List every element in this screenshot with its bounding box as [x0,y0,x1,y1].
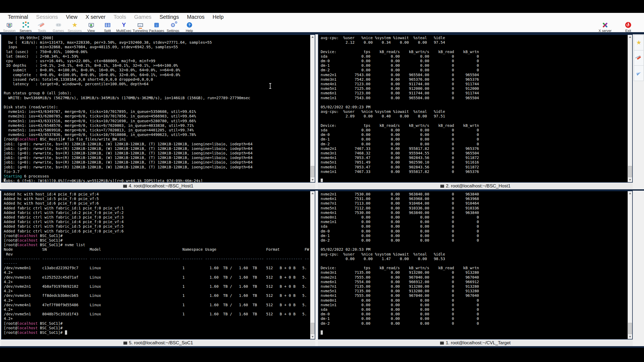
terminal-line: Added hc with host_id:4 pcie_f:0 pcie_vf… [4,192,309,197]
terminal-pane-4[interactable]: | 99.99th=[ 2900] bw ( KiB/s): min=13147… [1,34,315,183]
toolbar-tunneling-button[interactable]: ↔ Tunneling [132,21,148,33]
terminal-line: ------ [4,261,309,266]
scroll-down-arrow-icon[interactable] [628,335,632,339]
terminal-line: sda 0.00 0.00 0.00 0 0 [321,224,627,229]
menu-help[interactable]: Help [208,14,228,20]
menu-games[interactable]: Games [130,14,155,20]
toolbar-session-button[interactable]: Session [1,21,17,33]
scrollbar-thumb[interactable] [311,323,314,334]
toolbar-multiexec-button[interactable]: Y MultiExec [116,21,132,33]
terminal-line [4,100,309,105]
terminal-line: | 99.99th=[ 2900] [4,36,309,40]
terminal-line: dm-2 0.00 0.00 0.00 0 0 [321,142,627,146]
terminal-line [4,86,309,91]
terminal-mini-icon [123,341,127,345]
menu-view[interactable]: View [62,14,82,20]
toolbar-x-server-button[interactable]: X server [594,21,617,33]
scrollbar[interactable] [628,191,632,339]
toolbar-packages-button[interactable]: ↓ Packages [148,21,165,33]
scroll-up-arrow-icon[interactable] [628,191,632,195]
send-button[interactable] [634,66,644,81]
terminal-line: 4.2+ [4,280,309,284]
scroll-down-arrow-icon[interactable] [310,178,315,182]
terminal-pane-1[interactable]: nvme2n1 7530.00 0.00 963840.00 0 963840n… [318,191,633,339]
terminal-line: avg-cpu: %user %nice %system %iowait %st… [321,36,627,40]
star-icon: ★ [71,21,78,28]
terminal-line: job1: (g=0): rw=write, bs=(R) 128KiB-128… [4,142,309,146]
tools-button[interactable] [634,50,644,66]
terminal-line: avg-cpu: %user %nice %system %iowait %st… [321,109,627,114]
scrollbar[interactable] [310,35,315,182]
terminal-line: nvme1n1 0.00 0.00 0.00 0 0 [321,303,627,307]
toolbar-servers-button[interactable]: Servers [17,21,34,33]
terminal-line: Device: tps kB_read/s kB_wrtn/s kB_read … [321,266,627,270]
terminal-line: nvme6n1: ios=43/6537836, merge=0/0, tick… [4,132,309,137]
terminal-line: nvme6n1 7053.47 0.00 902843.56 0 911872 [321,165,627,169]
terminal-line: 4.2+ [4,298,309,303]
side-quick-buttons: ★ [634,35,644,81]
terminal-line [321,330,627,335]
terminal-line: submit : 0=0.0%, 4=100.0%, 8=0.0%, 16=0.… [4,68,309,72]
toolbar-tools-button[interactable]: Tools [34,21,50,33]
terminal-mini-icon [440,184,444,188]
pane-title-1[interactable]: 1. root@localhost:~/CVL_Target [318,339,633,346]
scrollbar-thumb[interactable] [628,323,632,334]
terminal-line: ---------------- -------------------- --… [4,257,309,261]
scroll-down-arrow-icon[interactable] [310,335,315,339]
terminal-line: Added hc with host_id:6 pcie_f:0 pcie_vf… [4,201,309,206]
terminal-line: [root@localhost BSC_SoC1]# [4,326,309,330]
toolbar-split-button[interactable]: Split [99,21,116,33]
menu-tools[interactable]: Tools [109,14,130,20]
swiss-knife-icon [636,56,641,60]
terminal-line: 05/02/2022 02:09:23 PM [321,105,627,109]
terminal-line: Added hc with host_id:5 pcie_f:0 pcie_vf… [4,197,309,201]
terminal-pane-5[interactable]: Added hc with host_id:4 pcie_f:0 pcie_vf… [1,191,315,339]
terminal-line: nvme5n1 7125.00 0.00 912000.00 0 912000 [321,86,627,91]
scroll-up-arrow-icon[interactable] [628,35,632,39]
terminal-output: | 99.99th=[ 2900] bw ( KiB/s): min=13147… [2,35,310,182]
divider-bottom [0,346,644,348]
terminal-pane-2[interactable]: avg-cpu: %user %nice %system %iowait %st… [318,34,633,183]
menu-settings[interactable]: Settings [155,14,183,20]
toolbar-settings-button[interactable]: ⚙⚙ Settings [165,21,181,33]
menu-x-server[interactable]: X server [82,14,109,20]
toolbar-sessions-button[interactable]: ★ Sessions [67,21,83,33]
terminal-line: nvme5n1 7135.00 0.00 913280.00 0 913280 [321,289,627,293]
terminal-line: dm-0 0.00 0.00 0.00 0 0 [321,59,627,63]
terminal-line: sda 0.00 0.00 0.00 0 0 [321,307,627,312]
pane-title-5[interactable]: 5. root@localhost:~/BSC_SoC1 [1,339,315,346]
menu-terminal[interactable]: Terminal [4,14,32,20]
scrollbar[interactable] [628,35,632,182]
terminal-line [321,174,627,179]
pane-title-2[interactable]: 2. root@localhost:~/BSC_Host1 [318,183,633,189]
scrollbar-thumb[interactable] [311,166,314,177]
monitor-user-icon [88,21,95,28]
toolbar-games-button[interactable]: Games [50,21,67,33]
scroll-up-arrow-icon[interactable] [310,35,315,39]
pane-title-4[interactable]: 4. root@localhost:~/BSC_Host1 [1,183,315,189]
toolbar-view-button[interactable]: View [83,21,99,33]
terminal-line: nvme2n1 7543.00 0.00 965504.00 0 965504 [321,73,627,77]
terminal-line: dm-0 0.00 0.00 0.00 0 0 [321,132,627,137]
terminal-line: nvme4n1: ios=43/6548570, merge=0/0, tick… [4,123,309,128]
terminal-line [321,326,627,330]
toolbar-help-button[interactable]: ? Help [181,21,197,33]
toolbar-exit-button[interactable]: Exit [617,21,640,33]
scroll-down-arrow-icon[interactable] [628,178,632,182]
terminal-line [321,45,627,49]
terminal-line: issued rwts: total=0,1338164,0,0 short=0… [4,77,309,82]
scrollbar-thumb[interactable] [628,166,632,177]
menu-sessions[interactable]: Sessions [32,14,62,20]
terminal-line: Starting 6 processes [4,174,309,179]
menu-macros[interactable]: Macros [183,14,209,20]
favorites-button[interactable]: ★ [634,35,644,50]
scroll-up-arrow-icon[interactable] [310,191,315,195]
scrollbar[interactable] [310,191,315,339]
gamepad-icon [55,21,62,28]
swiss-knife-icon [39,21,46,28]
terminal-line: [root@localhost BSC_Host1]# fio fio_file… [4,137,309,142]
terminal-line: IO depths : 1=0.1%, 2=0.1%, 4=0.1%, 8=0.… [4,63,309,68]
terminal-line: /dev/nvme3n1 ff8dedcb3b8ecb65 Linux 1 1.… [4,293,309,298]
terminal-line: /dev/nvme1n1 e1252522c45d71af Linux 1 1.… [4,275,309,280]
terminal-line: nvme3n1 7135.00 0.00 913280.00 0 913280 [321,270,627,275]
